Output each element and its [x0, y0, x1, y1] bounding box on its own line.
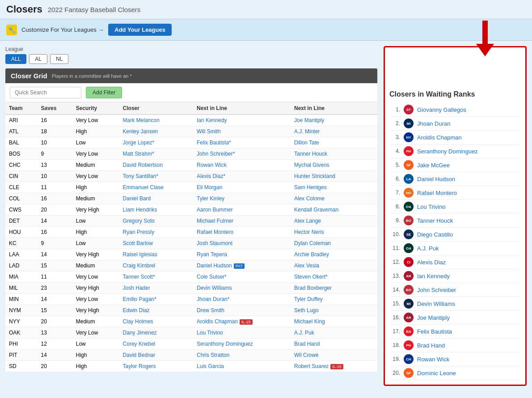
- next2-link[interactable]: Brad Hand: [294, 341, 320, 347]
- next2-link[interactable]: Michael King: [294, 318, 325, 325]
- ciw-player-link[interactable]: Jake McGee: [417, 162, 450, 169]
- next2-link[interactable]: Hunter Strickland: [294, 173, 335, 179]
- next2-link[interactable]: Brad Boxberger: [294, 285, 332, 291]
- next2-link[interactable]: A.J. Puk: [294, 330, 314, 336]
- next1-link[interactable]: Michael Fulmer: [197, 218, 233, 224]
- ciw-player-link[interactable]: Rafael Montero: [417, 190, 457, 196]
- next1-link[interactable]: Josh Staumont: [197, 240, 232, 246]
- next1-link[interactable]: Aaron Bummer: [197, 207, 233, 213]
- closer-link[interactable]: Corey Knebel: [123, 341, 156, 347]
- closer-link[interactable]: Josh Hader: [123, 285, 150, 291]
- closer-link[interactable]: Craig Kimbrel: [123, 263, 156, 269]
- next2-link[interactable]: Dillon Tate: [294, 140, 319, 146]
- closer-link[interactable]: Raisel Iglesias: [123, 251, 157, 258]
- next1-link[interactable]: Aroldis Chapman: [197, 318, 238, 325]
- closer-link[interactable]: Ryan Pressly: [123, 229, 155, 235]
- next1-link[interactable]: Eli Morgan: [197, 184, 222, 191]
- next1-link[interactable]: Lou Trivino: [197, 330, 223, 336]
- next2-link[interactable]: Tyler Duffey: [294, 296, 323, 302]
- next1-link[interactable]: Ryan Tepera: [197, 251, 227, 258]
- next1-link[interactable]: Seranthony Dominguez: [197, 341, 253, 347]
- closer-link[interactable]: Tanner Scott*: [123, 274, 155, 280]
- next1-link[interactable]: Will Smith: [197, 128, 220, 135]
- next2-link[interactable]: Tanner Houck: [294, 151, 327, 157]
- next1-link[interactable]: Ian Kennedy: [197, 117, 227, 123]
- ciw-player-link[interactable]: Devin Williams: [417, 301, 455, 307]
- ciw-player-link[interactable]: Daniel Hudson: [417, 176, 455, 182]
- closer-link[interactable]: Clay Holmes: [123, 318, 153, 325]
- next2-link[interactable]: Steven Okert*: [294, 274, 328, 280]
- closer-link[interactable]: Matt Strahm*: [123, 151, 154, 157]
- cell-team: PIT: [5, 350, 38, 361]
- next2-link[interactable]: Hector Neris: [294, 229, 324, 235]
- next1-link[interactable]: Rowan Wick: [197, 162, 227, 168]
- closer-link[interactable]: Jorge Lopez*: [123, 140, 155, 146]
- ciw-player-link[interactable]: Rowan Wick: [417, 356, 449, 363]
- next2-link[interactable]: Alex Vesia: [294, 263, 319, 269]
- table-row: CIN 10 Very Low Tony Santillan* Alexis D…: [5, 171, 377, 182]
- add-filter-button[interactable]: Add Filter: [86, 87, 122, 98]
- next1-link[interactable]: Rafael Montero: [197, 229, 233, 235]
- next1-link[interactable]: Jhoan Duran*: [197, 296, 229, 302]
- closer-link[interactable]: Mark Melancon: [123, 117, 160, 123]
- ciw-player-link[interactable]: Diego Castillo: [417, 231, 453, 238]
- next2-link[interactable]: Mychal Givens: [294, 162, 329, 168]
- closer-link[interactable]: Emmanuel Clase: [123, 184, 164, 191]
- ciw-player-link[interactable]: Felix Bautista: [417, 328, 452, 335]
- closer-link[interactable]: Gregory Soto: [123, 218, 155, 224]
- next1-link[interactable]: Chris Stratton: [197, 352, 229, 358]
- next2-link[interactable]: Robert Suarez: [294, 363, 329, 369]
- ciw-player-link[interactable]: Aroldis Chapman: [417, 134, 462, 141]
- next1-link[interactable]: Tyler Kinley: [197, 195, 224, 202]
- next1-link[interactable]: Cole Sulser*: [197, 274, 227, 280]
- league-btn-al[interactable]: AL: [29, 54, 47, 64]
- ciw-player-link[interactable]: Lou Trivino: [417, 203, 446, 210]
- closer-link[interactable]: Liam Hendriks: [123, 207, 157, 213]
- league-btn-all[interactable]: ALL: [5, 54, 26, 64]
- closer-link[interactable]: Tony Santillan*: [123, 173, 158, 179]
- next1-link[interactable]: Devin Williams: [197, 285, 232, 291]
- next2-link[interactable]: Alex Colome: [294, 195, 325, 202]
- closer-link[interactable]: Scott Barlow: [123, 240, 153, 246]
- ciw-player-link[interactable]: Joe Mantiply: [417, 314, 450, 321]
- next2-link[interactable]: Archie Bradley: [294, 251, 329, 258]
- ciw-player-link[interactable]: Brad Hand: [417, 342, 445, 349]
- closer-link[interactable]: Taylor Rogers: [123, 363, 156, 369]
- next1-link[interactable]: Drew Smith: [197, 307, 224, 313]
- next2-link[interactable]: Joe Mantiply: [294, 117, 324, 123]
- next2-link[interactable]: Seth Lugo: [294, 307, 319, 313]
- ciw-player-link[interactable]: Ian Kennedy: [417, 273, 450, 279]
- closer-link[interactable]: Edwin Diaz: [123, 307, 150, 313]
- ciw-player-link[interactable]: Dominic Leone: [417, 370, 456, 377]
- closer-link[interactable]: Dany Jimenez: [123, 330, 157, 336]
- next1-link[interactable]: John Schreiber*: [197, 151, 235, 157]
- next2-link[interactable]: Sam Hentges: [294, 184, 327, 191]
- next1-link[interactable]: Felix Bautista*: [197, 140, 231, 146]
- next2-link[interactable]: A.J. Minter: [294, 128, 320, 135]
- add-leagues-button[interactable]: Add Your Leagues: [108, 24, 172, 36]
- ciw-rank: 5.: [390, 162, 400, 168]
- ciw-player-link[interactable]: Giovanny Gallegos: [417, 106, 466, 113]
- closer-link[interactable]: Daniel Bard: [123, 195, 151, 202]
- next2-link[interactable]: Dylan Coleman: [294, 240, 331, 246]
- next2-link[interactable]: Alex Lange: [294, 218, 321, 224]
- next2-link[interactable]: Kendall Graveman: [294, 207, 338, 213]
- search-input[interactable]: [10, 87, 81, 98]
- next1-link[interactable]: Daniel Hudson: [197, 263, 232, 269]
- closer-link[interactable]: David Bednar: [123, 352, 156, 358]
- cell-security: High: [72, 227, 119, 238]
- closer-link[interactable]: Kenley Jansen: [123, 128, 158, 135]
- closer-link[interactable]: Emilio Pagan*: [123, 296, 156, 302]
- ciw-player-link[interactable]: Tanner Houck: [417, 217, 453, 224]
- league-btn-nl[interactable]: NL: [50, 54, 68, 64]
- next1-link[interactable]: Alexis Diaz*: [197, 173, 225, 179]
- ciw-player-link[interactable]: Seranthony Dominguez: [417, 148, 478, 155]
- closer-link[interactable]: David Robertson: [123, 162, 163, 168]
- next2-link[interactable]: Wil Crowe: [294, 352, 319, 358]
- ciw-rank: 18.: [390, 342, 400, 348]
- ciw-player-link[interactable]: John Schreiber: [417, 287, 456, 293]
- ciw-player-link[interactable]: A.J. Puk: [417, 245, 439, 252]
- ciw-player-link[interactable]: Alexis Diaz: [417, 259, 446, 266]
- next1-link[interactable]: Luis Garcia: [197, 363, 224, 369]
- ciw-player-link[interactable]: Jhoan Duran: [417, 120, 450, 127]
